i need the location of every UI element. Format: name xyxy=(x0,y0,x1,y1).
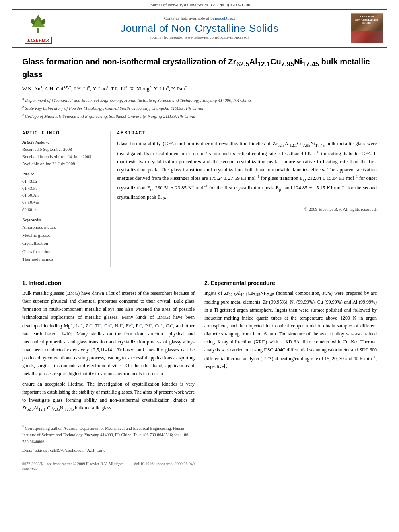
keywords-label: Keywords: xyxy=(22,217,104,222)
journal-cover-area: JOURNAL OF NON-CRYSTALLINE SOLIDS xyxy=(339,13,383,43)
pacs-group: PACS: 61.43.Er 61.43.Fs 61.50.Ah 65.50.+… xyxy=(22,171,104,213)
sciencedirect-link[interactable]: ScienceDirect xyxy=(210,16,235,21)
abstract-label: ABSTRACT xyxy=(117,131,377,136)
corresponding-author-note: * Corresponding author. Address: Departm… xyxy=(22,425,195,446)
introduction-continuation: ensure an acceptable lifetime. The inves… xyxy=(22,380,195,413)
received-date: Received 6 September 2008 xyxy=(22,146,104,153)
journal-cover-image: JOURNAL OF NON-CRYSTALLINE SOLIDS xyxy=(351,13,383,43)
keyword-item: Thermodynamics xyxy=(22,255,104,263)
body-right-col: 2. Experimental procedure Ingots of Zr62… xyxy=(204,280,377,472)
article-history: Article history: Received 6 September 20… xyxy=(22,140,104,167)
journal-title-area: Contents lists available at ScienceDirec… xyxy=(60,16,339,41)
journal-cover-title: JOURNAL OF NON-CRYSTALLINE SOLIDS xyxy=(352,15,382,25)
abstract-col: ABSTRACT Glass forming ability (GFA) and… xyxy=(111,131,377,267)
journal-homepage: journal homepage: www.elsevier.com/locat… xyxy=(60,35,339,39)
article-info-abstract-section: ARTICLE INFO Article history: Received 6… xyxy=(22,125,377,273)
body-left-col: 1. Introduction Bulk metallic glasses (B… xyxy=(22,280,195,472)
article-info-label: ARTICLE INFO xyxy=(22,131,104,136)
journal-title: Journal of Non-Crystalline Solids xyxy=(60,22,339,35)
elsevier-logo-area: ELSEVIER xyxy=(16,13,60,44)
pacs-label: PACS: xyxy=(22,171,104,176)
keywords-group: Keywords: Amorphous metals Metallic glas… xyxy=(22,217,104,263)
keyword-item: Metallic glasses xyxy=(22,232,104,240)
pacs-item: 61.50.Ah xyxy=(22,192,104,199)
pacs-item: 82.60.-s xyxy=(22,206,104,214)
main-content: Glass formation and non-isothermal cryst… xyxy=(22,48,377,472)
revised-date: Received in revised form 14 June 2009 xyxy=(22,153,104,160)
article-title-section: Glass formation and non-isothermal cryst… xyxy=(22,48,377,125)
article-title: Glass formation and non-isothermal cryst… xyxy=(22,56,377,80)
keyword-item: Glass formation xyxy=(22,248,104,256)
email-note: E-mail address: cah1970@sohu.com (A.H. C… xyxy=(22,447,195,454)
pacs-item: 61.43.Fs xyxy=(22,185,104,192)
footnote-section: * Corresponding author. Address: Departm… xyxy=(22,421,195,454)
abstract-text: Glass forming ability (GFA) and non-isot… xyxy=(117,140,377,202)
thermal-keyword: Thermal xyxy=(360,339,377,345)
introduction-title: 1. Introduction xyxy=(22,280,195,286)
body-section: 1. Introduction Bulk metallic glasses (B… xyxy=(22,273,377,472)
available-date: Available online 21 July 2009 xyxy=(22,160,104,168)
keyword-item: Crystallization xyxy=(22,240,104,248)
keywords-list: Amorphous metals Metallic glasses Crysta… xyxy=(22,224,104,263)
pacs-item: 65.50.+m xyxy=(22,199,104,206)
doi-text: doi:10.1016/j.jnoncrysol.2009.06.040 xyxy=(134,462,195,470)
introduction-text: Bulk metallic glasses (BMG) have drawn a… xyxy=(22,290,195,378)
journal-citation-text: Journal of Non-Crystalline Solids 355 (2… xyxy=(149,2,250,7)
history-label: Article history: xyxy=(22,140,104,144)
copyright-line: © 2009 Elsevier B.V. All rights reserved… xyxy=(117,207,377,212)
authors-line: W.K. Ana, A.H. Caia,b,*, J.H. Lib, Y. Lu… xyxy=(22,85,377,92)
journal-citation: Journal of Non-Crystalline Solids 355 (2… xyxy=(0,0,399,9)
affiliation-b: b State Key Laboratory of Powder Metallu… xyxy=(22,104,377,112)
elsevier-tree-icon xyxy=(24,13,52,35)
svg-rect-0 xyxy=(37,28,39,33)
pacs-item: 61.43.Er xyxy=(22,178,104,185)
sciencedirect-line: Contents lists available at ScienceDirec… xyxy=(60,16,339,21)
affiliations: a Department of Mechanical and Electrica… xyxy=(22,96,377,120)
experimental-title: 2. Experimental procedure xyxy=(204,280,377,286)
elsevier-label: ELSEVIER xyxy=(25,37,52,44)
journal-header: ELSEVIER Contents lists available at Sci… xyxy=(12,9,387,48)
article-info-col: ARTICLE INFO Article history: Received 6… xyxy=(22,131,111,267)
keyword-item: Amorphous metals xyxy=(22,224,104,232)
affiliation-a: a Department of Mechanical and Electrica… xyxy=(22,96,377,104)
experimental-text: Ingots of Zr62.5Al12.1Cu7.95Ni17.45 (nom… xyxy=(204,290,377,371)
affiliation-c: c College of Materials Science and Engin… xyxy=(22,112,377,120)
issn-text: 0022-3093/$ – see front matter © 2009 El… xyxy=(22,462,134,470)
bottom-bar: 0022-3093/$ – see front matter © 2009 El… xyxy=(22,459,195,472)
